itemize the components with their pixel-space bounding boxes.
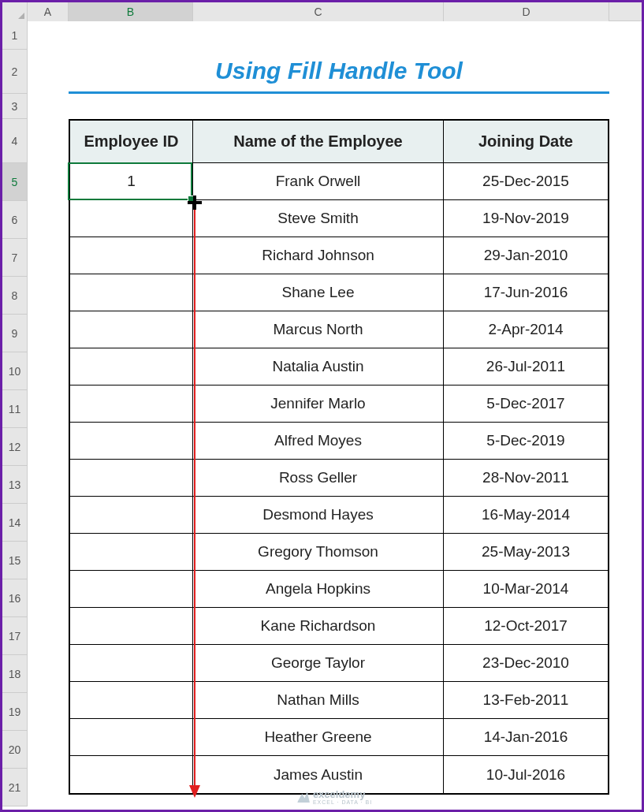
cell-date[interactable]: 26-Jul-2011 [444, 348, 608, 385]
cell-date[interactable]: 17-Jun-2016 [444, 274, 608, 311]
cell-date[interactable]: 25-May-2013 [444, 534, 608, 570]
table-row: Nathan Mills 13-Feb-2011 [70, 682, 608, 719]
cell-id[interactable] [70, 756, 193, 793]
row-header[interactable]: 6 [2, 201, 28, 239]
cell-date[interactable]: 28-Nov-2011 [444, 460, 608, 496]
table-row: Desmond Hayes 16-May-2014 [70, 497, 608, 534]
cell-id[interactable] [70, 497, 193, 533]
header-joining-date[interactable]: Joining Date [444, 121, 608, 162]
row-header[interactable]: 1 [2, 21, 28, 50]
row-header[interactable]: 7 [2, 239, 28, 277]
cell-id[interactable] [70, 719, 193, 755]
cell-name[interactable]: James Austin [193, 756, 444, 793]
cell-id[interactable] [70, 274, 193, 311]
watermark-icon [297, 792, 310, 803]
row-header[interactable]: 11 [2, 390, 28, 428]
row-header[interactable]: 4 [2, 119, 28, 163]
cell-name[interactable]: Ross Geller [193, 460, 444, 496]
cell-date[interactable]: 2-Apr-2014 [444, 311, 608, 348]
col-header-d[interactable]: D [444, 2, 609, 21]
cell-id[interactable] [70, 682, 193, 718]
row-header[interactable]: 16 [2, 579, 28, 617]
table-row: Ross Geller 28-Nov-2011 [70, 460, 608, 497]
row-header[interactable]: 17 [2, 617, 28, 655]
select-all-corner[interactable] [2, 2, 28, 21]
cell-name[interactable]: Natalia Austin [193, 348, 444, 385]
cell-name[interactable]: Alfred Moyes [193, 423, 444, 459]
cell-name[interactable]: George Taylor [193, 645, 444, 681]
table-row: Kane Richardson 12-Oct-2017 [70, 608, 608, 645]
cell-date[interactable]: 10-Jul-2016 [444, 756, 608, 793]
row-header[interactable]: 14 [2, 504, 28, 542]
cell-id[interactable] [70, 423, 193, 459]
cell-date[interactable]: 5-Dec-2017 [444, 386, 608, 422]
cell-id[interactable] [70, 348, 193, 385]
cell-date[interactable]: 5-Dec-2019 [444, 423, 608, 459]
row-header[interactable]: 21 [2, 769, 28, 806]
cell-date[interactable]: 14-Jan-2016 [444, 719, 608, 755]
spreadsheet: A B C D 1 2 3 4 5 6 7 8 9 10 11 12 13 14… [2, 2, 642, 810]
watermark-brand: exceldemy [313, 789, 372, 799]
table-row: Alfred Moyes 5-Dec-2019 [70, 423, 608, 460]
watermark: exceldemy EXCEL · DATA · BI [297, 789, 372, 805]
cell-id[interactable] [70, 200, 193, 237]
row-header[interactable]: 8 [2, 277, 28, 315]
cell-date[interactable]: 10-Mar-2014 [444, 571, 608, 607]
cell-name[interactable]: Jennifer Marlo [193, 386, 444, 422]
cell-id[interactable]: 1 [70, 163, 193, 199]
row-header[interactable]: 3 [2, 94, 28, 119]
cell-name[interactable]: Marcus North [193, 311, 444, 348]
row-header[interactable]: 18 [2, 655, 28, 693]
row-headers: 1 2 3 4 5 6 7 8 9 10 11 12 13 14 15 16 1… [2, 21, 28, 806]
cell-id[interactable] [70, 645, 193, 681]
table-row: Jennifer Marlo 5-Dec-2017 [70, 386, 608, 423]
table-row: Marcus North 2-Apr-2014 [70, 311, 608, 348]
table-row: Heather Greene 14-Jan-2016 [70, 719, 608, 756]
table-row: Richard Johnson 29-Jan-2010 [70, 237, 608, 274]
row-header[interactable]: 19 [2, 693, 28, 731]
cell-name[interactable]: Frank Orwell [193, 163, 444, 199]
cell-id[interactable] [70, 571, 193, 607]
header-employee-id[interactable]: Employee ID [70, 121, 193, 162]
cell-date[interactable]: 25-Dec-2015 [444, 163, 608, 199]
cell-id[interactable] [70, 386, 193, 422]
cell-id[interactable] [70, 608, 193, 644]
cell-name[interactable]: Steve Smith [193, 200, 444, 237]
row-header[interactable]: 15 [2, 542, 28, 579]
col-header-b[interactable]: B [69, 2, 193, 21]
grid-body[interactable]: Using Fill Handle Tool Employee ID Name … [28, 21, 642, 810]
cell-name[interactable]: Richard Johnson [193, 237, 444, 274]
cell-id[interactable] [70, 311, 193, 348]
cell-name[interactable]: Kane Richardson [193, 608, 444, 644]
table-row: Steve Smith 19-Nov-2019 [70, 200, 608, 237]
cell-date[interactable]: 29-Jan-2010 [444, 237, 608, 274]
row-header[interactable]: 9 [2, 315, 28, 352]
row-header[interactable]: 5 [2, 163, 28, 201]
cell-name[interactable]: Angela Hopkins [193, 571, 444, 607]
cell-date[interactable]: 13-Feb-2011 [444, 682, 608, 718]
cell-date[interactable]: 16-May-2014 [444, 497, 608, 533]
table-row: Natalia Austin 26-Jul-2011 [70, 348, 608, 386]
cell-id[interactable] [70, 534, 193, 570]
row-header[interactable]: 20 [2, 731, 28, 769]
cell-name[interactable]: Shane Lee [193, 274, 444, 311]
cell-date[interactable]: 19-Nov-2019 [444, 200, 608, 237]
row-header[interactable]: 2 [2, 50, 28, 94]
cell-id[interactable] [70, 237, 193, 274]
row-header[interactable]: 13 [2, 466, 28, 504]
cell-name[interactable]: Gregory Thomson [193, 534, 444, 570]
row-header[interactable]: 10 [2, 352, 28, 390]
col-header-c[interactable]: C [193, 2, 444, 21]
cell-name[interactable]: Heather Greene [193, 719, 444, 755]
row-header[interactable]: 12 [2, 428, 28, 466]
fill-handle-cursor-icon [188, 196, 202, 210]
watermark-tagline: EXCEL · DATA · BI [313, 799, 372, 805]
cell-date[interactable]: 12-Oct-2017 [444, 608, 608, 644]
cell-name[interactable]: Nathan Mills [193, 682, 444, 718]
cell-date[interactable]: 23-Dec-2010 [444, 645, 608, 681]
page-title: Using Fill Handle Tool [69, 50, 609, 94]
cell-name[interactable]: Desmond Hayes [193, 497, 444, 533]
col-header-a[interactable]: A [28, 2, 69, 21]
header-employee-name[interactable]: Name of the Employee [193, 121, 444, 162]
cell-id[interactable] [70, 460, 193, 496]
